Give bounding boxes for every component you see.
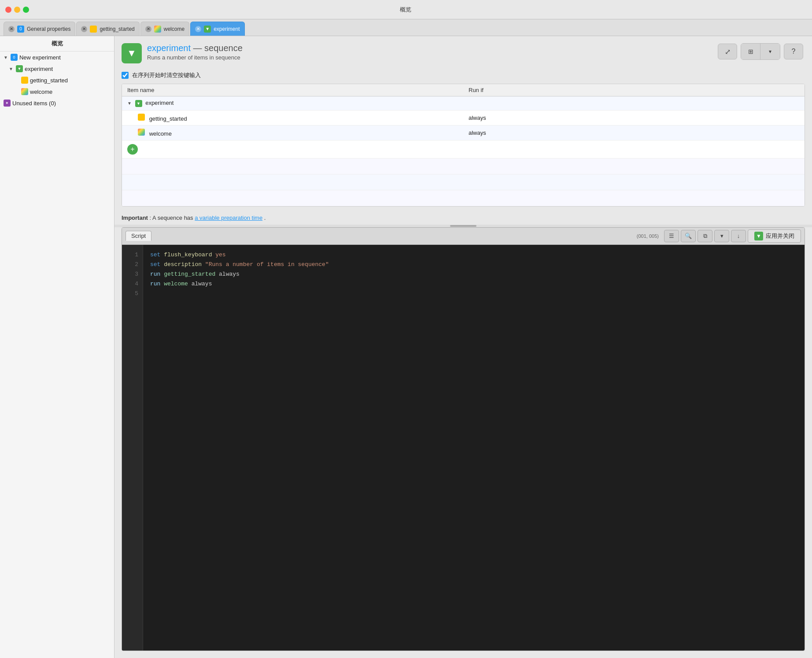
fullscreen-button[interactable]: ⤢ <box>718 44 737 59</box>
sidebar-item-welcome[interactable]: welcome <box>0 86 114 97</box>
experiment-title-block: experiment — sequence Runs a number of i… <box>147 43 243 61</box>
important-bold: Important <box>122 214 148 221</box>
tab-icon-welcome <box>154 26 161 33</box>
sidebar-label-experiment: experiment <box>25 66 53 72</box>
flush-keyboard-checkbox[interactable] <box>122 72 129 79</box>
settings-button[interactable]: ⊞ <box>741 44 760 59</box>
important-end: . <box>264 214 266 221</box>
code-line-4: run welcome always <box>150 279 797 289</box>
getting-started-icon <box>21 77 28 84</box>
close-button[interactable] <box>5 7 11 13</box>
sidebar-item-experiment[interactable]: ▼ ▼ experiment <box>0 63 114 74</box>
sidebar-label-getting-started: getting_started <box>30 77 68 84</box>
sidebar-label-welcome: welcome <box>30 89 52 95</box>
sidebar-header: 概览 <box>0 36 114 52</box>
settings-dropdown-button[interactable]: ▾ <box>760 44 780 59</box>
script-search-button[interactable]: 🔍 <box>681 230 696 242</box>
experiment-title-type: sequence <box>204 43 243 53</box>
add-item-cell: + <box>122 140 805 159</box>
tab-label-general: General properties <box>27 26 70 32</box>
apply-close-button[interactable]: ▼ 应用并关闭 <box>748 229 801 243</box>
script-section: Script (001, 005) ☰ 🔍 ⧉ ▾ ↓ ▼ 应用并关闭 1 2 … <box>122 227 805 651</box>
settings-button-group: ⊞ ▾ <box>741 43 780 60</box>
add-item-row: + <box>122 140 805 159</box>
sidebar: 概览 ▼ 0 New experiment ▼ ▼ experiment get… <box>0 36 114 658</box>
tab-close-getting-started[interactable]: ✕ <box>81 26 87 32</box>
add-item-button[interactable]: + <box>127 144 138 155</box>
sidebar-item-unused[interactable]: ✦ Unused items (0) <box>0 97 114 109</box>
table-empty-row <box>122 159 805 174</box>
tab-label-experiment: experiment <box>214 26 240 32</box>
script-dropdown-button[interactable]: ▾ <box>714 230 729 242</box>
tab-icon-general: 0 <box>17 26 24 33</box>
script-toolbar: Script (001, 005) ☰ 🔍 ⧉ ▾ ↓ ▼ 应用并关闭 <box>122 228 805 245</box>
minimize-button[interactable] <box>14 7 20 13</box>
experiment-header-right: ⤢ ⊞ ▾ ? <box>718 43 803 60</box>
tree-arrow-experiment: ▼ <box>9 67 13 71</box>
row-getting-started-runif: always <box>463 111 805 126</box>
line-num-1: 1 <box>122 250 143 260</box>
window-title: 概览 <box>34 6 777 14</box>
tab-label-welcome: welcome <box>164 26 185 32</box>
code-editor: 1 2 3 4 5 set flush_keyboard yes set des… <box>122 245 805 651</box>
table-row[interactable]: getting_started always <box>122 111 805 126</box>
tab-general[interactable]: ✕ 0 General properties <box>4 22 75 36</box>
tab-experiment[interactable]: ✕ ▼ experiment <box>190 22 244 36</box>
main-layout: 概览 ▼ 0 New experiment ▼ ▼ experiment get… <box>0 36 812 658</box>
line-num-2: 2 <box>122 260 143 270</box>
experiment-icon-large: ▼ <box>122 43 142 63</box>
code-line-3: run getting_started always <box>150 270 797 279</box>
preparation-time-link[interactable]: a variable preparation time <box>195 214 262 221</box>
code-line-5 <box>150 289 797 299</box>
experiment-title-name: experiment <box>147 43 191 53</box>
experiment-title-sep: — <box>193 43 205 53</box>
content-area: ▼ experiment — sequence Runs a number of… <box>114 36 812 658</box>
maximize-button[interactable] <box>23 7 29 13</box>
tab-close-welcome[interactable]: ✕ <box>145 26 151 32</box>
row-welcome-runif: always <box>463 126 805 140</box>
tab-close-general[interactable]: ✕ <box>8 26 15 32</box>
tab-label-getting-started: getting_started <box>100 26 134 32</box>
unused-icon: ✦ <box>4 100 11 107</box>
titlebar: 概览 <box>0 0 812 19</box>
code-content[interactable]: set flush_keyboard yes set description "… <box>143 245 805 651</box>
help-button[interactable]: ? <box>784 44 803 59</box>
sequence-area: 在序列开始时清空按键输入 Item name Run if ▼ <box>114 69 812 212</box>
script-coordinates: (001, 005) <box>637 233 659 239</box>
scroll-indicator <box>114 225 812 227</box>
sequence-table: Item name Run if ▼ ▼ experiment <box>122 84 805 206</box>
apply-arrow-icon: ▼ <box>754 232 763 240</box>
row-experiment-icon: ▼ <box>135 100 142 107</box>
sidebar-label-new-experiment: New experiment <box>19 54 61 61</box>
col-header-item-name: Item name <box>122 84 463 96</box>
table-empty-row <box>122 174 805 190</box>
flush-keyboard-row: 在序列开始时清空按键输入 <box>122 69 805 84</box>
row-welcome-name: welcome <box>122 126 463 140</box>
tab-close-experiment[interactable]: ✕ <box>195 26 201 32</box>
code-line-1: set flush_keyboard yes <box>150 250 797 260</box>
tab-welcome[interactable]: ✕ welcome <box>140 22 189 36</box>
line-num-5: 5 <box>122 289 143 299</box>
important-note: Important : A sequence has a variable pr… <box>114 212 812 225</box>
table-row[interactable]: welcome always <box>122 126 805 140</box>
script-expand-button[interactable]: ⧉ <box>698 230 712 242</box>
sidebar-item-getting-started[interactable]: getting_started <box>0 74 114 86</box>
experiment-title: experiment — sequence <box>147 43 243 53</box>
tab-bar: ✕ 0 General properties ✕ getting_started… <box>0 19 812 36</box>
script-tab[interactable]: Script <box>125 231 151 241</box>
row-experiment-name: ▼ ▼ experiment <box>122 96 463 111</box>
script-down-button[interactable]: ↓ <box>731 230 746 242</box>
table-header-row: Item name Run if <box>122 84 805 96</box>
tab-getting-started[interactable]: ✕ getting_started <box>76 22 139 36</box>
flush-keyboard-label: 在序列开始时清空按键输入 <box>132 71 201 79</box>
script-settings-button[interactable]: ☰ <box>664 230 679 242</box>
sidebar-item-new-experiment[interactable]: ▼ 0 New experiment <box>0 52 114 63</box>
table-row[interactable]: ▼ ▼ experiment <box>122 96 805 111</box>
apply-close-label: 应用并关闭 <box>766 232 794 240</box>
new-experiment-icon: 0 <box>11 54 18 61</box>
row-welcome-icon <box>138 129 145 136</box>
experiment-header-left: ▼ experiment — sequence Runs a number of… <box>122 43 243 63</box>
line-num-4: 4 <box>122 279 143 289</box>
tab-icon-getting-started <box>90 26 97 33</box>
tab-icon-experiment: ▼ <box>204 26 211 33</box>
